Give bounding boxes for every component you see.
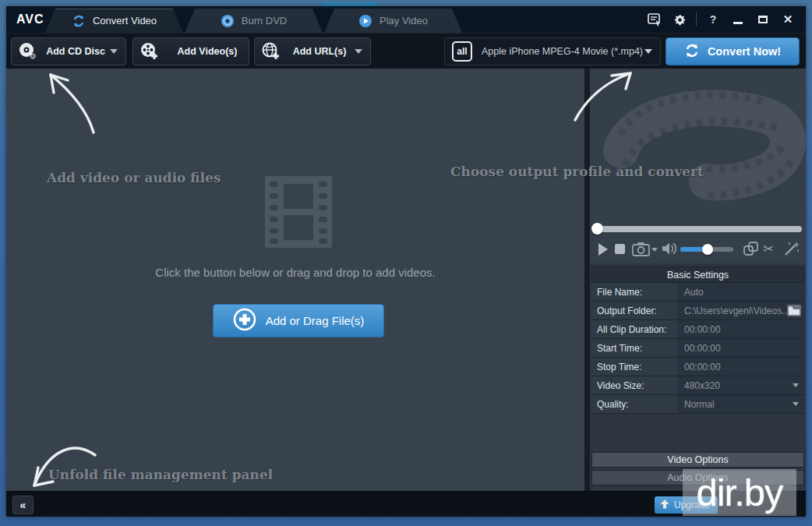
settings-row-value[interactable]: 00:00:00 [677,339,804,357]
basic-settings-header: Basic Settings [591,267,804,283]
button-label: Add URL(s) [288,46,351,57]
stop-button[interactable] [615,244,625,254]
profile-selected-value: Apple iPhone MPEG-4 Movie (*.mp4) [480,46,644,57]
maximize-button[interactable] [754,11,771,28]
settings-gear-icon[interactable] [671,11,688,28]
titlebar-separator [696,12,697,26]
tab-play-video[interactable]: Play Video [324,9,462,33]
film-reel-plus-icon [139,41,160,62]
hint-choose-profile: Choose output profile and convert [450,164,704,179]
settings-row-label: Quality: [591,395,677,413]
browse-folder-icon[interactable] [787,305,801,319]
settings-row-value[interactable]: 00:00:00 [677,358,804,376]
player-controls: ✂ [590,237,806,263]
settings-row-filename: File Name: Auto [591,283,804,302]
snapshot-camera-button[interactable] [632,242,650,259]
button-label: Add Video(s) [166,46,249,57]
minimize-button[interactable] [729,11,747,28]
add-videos-button[interactable]: Add Video(s) [132,37,249,65]
seek-track[interactable] [595,226,802,232]
feedback-icon[interactable] [646,11,663,28]
tab-convert-video[interactable]: Convert Video [45,9,183,33]
chevron-down-icon [355,49,362,54]
chevron-down-icon [110,49,118,54]
add-or-drag-files-button[interactable]: Add or Drag File(s) [213,304,384,337]
button-label: Convert Now! [708,45,781,58]
collapse-panel-button[interactable]: « [12,496,34,514]
convert-icon [72,14,86,28]
settings-row-quality: Quality: Normal [591,395,804,414]
preview-settings-panel: ✂ Basic Settings File Name: Auto Output … [590,69,806,491]
tab-bar: Convert Video Burn DVD Play Video [45,9,464,33]
seek-knob[interactable] [591,223,603,235]
app-logo: AVC [16,12,44,26]
titlebar: AVC Convert Video Burn DVD [6,6,806,33]
tab-burn-dvd[interactable]: Burn DVD [185,9,323,33]
video-size-select[interactable]: 480x320 [677,376,804,394]
help-button[interactable]: ? [704,11,722,28]
button-label: Upgrade [674,500,710,510]
film-ribbon-watermark [590,69,806,222]
content-area: Add video or audio files Choose output p… [6,69,806,491]
tab-label: Play Video [380,15,428,26]
tab-label: Convert Video [93,15,157,26]
file-drop-panel[interactable]: Add video or audio files Choose output p… [6,69,584,491]
chevron-down-icon [793,402,799,406]
drop-message: Click the button below or drag and drop … [6,266,584,279]
output-folder-path: C:\Users\evgeni\Videos... [684,305,789,316]
clip-scissors-icon[interactable]: ✂ [763,241,774,257]
close-button[interactable]: ✕ [779,11,796,28]
panel-divider [584,69,590,491]
play-button[interactable] [598,243,608,256]
window-controls: ? ✕ [646,6,796,33]
volume-knob[interactable] [702,244,713,255]
volume-slider[interactable] [680,247,733,252]
settings-row-value[interactable]: Auto [677,283,804,301]
tab-label: Burn DVD [242,15,288,26]
settings-row-label: Video Size: [591,376,677,394]
settings-row-stop-time: Stop Time: 00:00:00 [591,358,804,376]
app-window: AVC Convert Video Burn DVD [6,6,806,517]
chevron-down-icon [644,49,652,54]
settings-row-label: Start Time: [591,339,677,357]
merge-clips-icon[interactable] [743,241,759,260]
effects-wand-icon[interactable] [783,240,800,260]
upgrade-button[interactable]: Upgrade [655,496,718,514]
cd-disc-plus-icon [18,41,38,62]
volume-icon[interactable] [662,241,679,259]
settings-row-value[interactable]: 00:00:00 [677,320,804,338]
plus-circle-icon [233,308,256,334]
settings-row-label: Stop Time: [591,358,677,376]
settings-row-start-time: Start Time: 00:00:00 [591,339,804,358]
settings-row-output-folder: Output Folder: C:\Users\evgeni\Videos... [591,302,804,320]
audio-options-section[interactable]: Audio Options [591,470,804,485]
snapshot-dropdown-caret[interactable] [651,248,658,252]
basic-settings-panel: Basic Settings File Name: Auto Output Fo… [590,263,806,491]
settings-row-label: File Name: [591,283,677,301]
convert-arrows-icon [684,43,700,61]
seek-bar [590,222,806,235]
chevron-down-icon [793,383,799,387]
statusbar: « Upgrade [6,491,806,517]
desktop-window: AVC Convert Video Burn DVD [0,0,812,526]
add-cd-disc-button[interactable]: Add CD Disc [11,37,126,65]
quality-select[interactable]: Normal [677,395,804,413]
hint-unfold-panel: Unfold file management panel [48,467,273,482]
all-profiles-icon: all [452,41,472,62]
hint-add-files: Add video or audio files [47,170,221,185]
video-preview-area [590,69,806,222]
settings-row-video-size: Video Size: 480x320 [591,376,804,395]
play-circle-icon [358,14,372,28]
button-label: Add or Drag File(s) [266,314,365,327]
button-label: Add CD Disc [44,46,107,57]
settings-row-label: Output Folder: [591,302,677,319]
add-urls-button[interactable]: Add URL(s) [254,37,371,65]
select-value: Normal [684,399,715,410]
video-options-section[interactable]: Video Options [591,452,804,468]
settings-row-value[interactable]: C:\Users\evgeni\Videos... [677,302,804,319]
convert-now-button[interactable]: Convert Now! [665,37,800,65]
output-profile-select[interactable]: all Apple iPhone MPEG-4 Movie (*.mp4) [444,37,661,65]
select-value: 480x320 [684,380,720,391]
settings-table: File Name: Auto Output Folder: C:\Users\… [591,283,804,414]
settings-row-label: All Clip Duration: [591,320,677,338]
